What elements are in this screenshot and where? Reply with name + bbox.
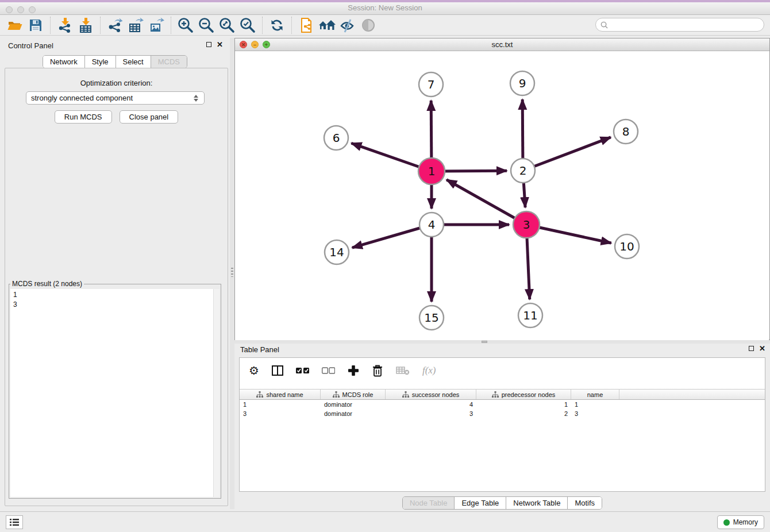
column-header-shared-name[interactable]: shared name — [240, 390, 321, 399]
network-view-window: ✕ – + scc.txt 7968124314101511 — [234, 38, 770, 340]
export-network-button[interactable] — [105, 16, 125, 34]
splitter-handle[interactable] — [482, 341, 487, 343]
graph-node-label-4: 4 — [428, 218, 436, 232]
float-panel-icon[interactable] — [206, 42, 211, 47]
vertical-splitter[interactable] — [230, 38, 234, 509]
table-row[interactable]: 3 dominator 3 2 3 — [240, 409, 765, 418]
split-panel-button[interactable] — [272, 365, 283, 376]
zoom-selected-button[interactable] — [237, 16, 258, 34]
column-header-mcds-role[interactable]: MCDS role — [321, 390, 386, 399]
close-panel-icon[interactable]: ✕ — [759, 345, 765, 352]
status-bar: Memory — [0, 511, 770, 532]
mcds-result-group: MCDS result (2 nodes) 1 3 — [9, 280, 221, 499]
graph-edge-2-8[interactable] — [523, 137, 611, 171]
graph-node-label-1: 1 — [428, 164, 436, 178]
import-table-button[interactable] — [75, 16, 96, 34]
add-column-button[interactable] — [348, 365, 359, 376]
toolbar-separator — [291, 17, 292, 34]
split-panel-icon — [272, 365, 283, 376]
tab-motifs[interactable]: Motifs — [568, 497, 602, 509]
refresh-icon — [269, 17, 285, 33]
tab-network-table[interactable]: Network Table — [506, 497, 568, 509]
home-button[interactable] — [317, 16, 337, 34]
zoom-fit-icon — [218, 17, 236, 34]
table-settings-button[interactable]: ⚙ — [249, 364, 259, 377]
cell-mcds-role[interactable]: dominator — [321, 401, 386, 408]
refresh-view-button[interactable] — [267, 16, 287, 34]
memory-button[interactable]: Memory — [717, 515, 764, 529]
hierarchy-icon — [333, 391, 340, 398]
save-session-button[interactable] — [25, 16, 46, 34]
network-canvas[interactable]: 7968124314101511 — [235, 51, 769, 340]
app-titlebar: Session: New Session — [0, 0, 770, 15]
column-header-name[interactable]: name — [571, 390, 619, 399]
criterion-dropdown[interactable]: strongly connected component — [26, 91, 205, 105]
graph-node-label-14: 14 — [329, 245, 344, 259]
cell-predecessor-nodes[interactable]: 2 — [476, 410, 571, 417]
tab-style[interactable]: Style — [85, 56, 116, 68]
cell-successor-nodes[interactable]: 3 — [386, 410, 476, 417]
result-scrollbar[interactable] — [213, 289, 220, 497]
cell-mcds-role[interactable]: dominator — [321, 410, 386, 417]
open-session-button[interactable] — [5, 16, 25, 34]
graph-node-label-7: 7 — [428, 78, 435, 91]
mcds-result-text: 1 3 — [13, 290, 17, 310]
cell-predecessor-nodes[interactable]: 1 — [476, 401, 571, 408]
gear-icon: ⚙ — [249, 364, 259, 377]
tab-node-table[interactable]: Node Table — [403, 497, 455, 509]
float-panel-icon[interactable] — [749, 346, 754, 351]
toolbar-separator — [171, 17, 171, 34]
tab-mcds[interactable]: MCDS — [151, 56, 187, 68]
network-file-icon — [298, 17, 315, 34]
mcds-result-area[interactable]: 1 3 — [10, 289, 220, 497]
zoom-fit-button[interactable] — [217, 16, 237, 34]
splitter-handle[interactable] — [231, 268, 233, 277]
toolbar-separator — [262, 17, 263, 34]
table-header-row: shared name MCDS role successor nodes pr… — [240, 389, 765, 400]
cell-shared-name[interactable]: 1 — [240, 401, 321, 408]
zoom-in-icon — [177, 17, 194, 34]
delete-table-button[interactable] — [396, 366, 410, 375]
tab-edge-table[interactable]: Edge Table — [455, 497, 506, 509]
graph-node-label-3: 3 — [523, 218, 530, 232]
deselect-all-rows-button[interactable] — [322, 367, 335, 374]
cell-successor-nodes[interactable]: 4 — [386, 401, 476, 408]
cell-name[interactable]: 3 — [571, 410, 619, 417]
function-builder-button[interactable]: f(x) — [422, 365, 436, 376]
mcds-result-title: MCDS result (2 nodes) — [10, 280, 84, 288]
hierarchy-icon — [256, 391, 263, 398]
eye-slash-icon — [339, 17, 356, 33]
delete-column-button[interactable] — [372, 364, 383, 377]
table-row[interactable]: 1 dominator 4 1 1 — [240, 400, 765, 409]
network-window-titlebar[interactable]: ✕ – + scc.txt — [235, 38, 769, 51]
preview-mode-button[interactable] — [358, 16, 379, 34]
cell-name[interactable]: 1 — [571, 401, 619, 408]
zoom-in-button[interactable] — [175, 16, 196, 34]
import-network-button[interactable] — [55, 16, 75, 34]
cell-shared-name[interactable]: 3 — [240, 410, 321, 417]
select-all-rows-button[interactable] — [296, 367, 309, 374]
task-history-button[interactable] — [6, 515, 23, 529]
import-network-icon — [56, 17, 74, 34]
search-icon — [600, 21, 608, 29]
open-folder-icon — [7, 17, 23, 33]
tab-select[interactable]: Select — [116, 56, 151, 68]
run-mcds-button[interactable]: Run MCDS — [55, 110, 112, 124]
column-header-predecessor-nodes[interactable]: predecessor nodes — [476, 390, 571, 399]
hierarchy-icon — [492, 391, 499, 398]
zoom-out-button[interactable] — [196, 16, 217, 34]
criterion-dropdown-value: strongly connected component — [31, 94, 194, 102]
search-box[interactable] — [595, 18, 764, 32]
node-table: shared name MCDS role successor nodes pr… — [240, 389, 765, 418]
close-panel-icon[interactable]: ✕ — [217, 41, 223, 48]
optimization-criterion-label: Optimization criterion: — [5, 79, 228, 87]
tab-network[interactable]: Network — [43, 56, 85, 68]
hide-panels-button[interactable] — [337, 16, 358, 34]
export-table-button[interactable] — [125, 16, 146, 34]
close-panel-button[interactable]: Close panel — [120, 110, 179, 124]
new-network-from-file-button[interactable] — [296, 16, 317, 34]
export-image-button[interactable] — [146, 16, 167, 34]
search-input[interactable] — [611, 20, 759, 29]
column-header-successor-nodes[interactable]: successor nodes — [386, 390, 476, 399]
hierarchy-icon — [402, 391, 409, 398]
